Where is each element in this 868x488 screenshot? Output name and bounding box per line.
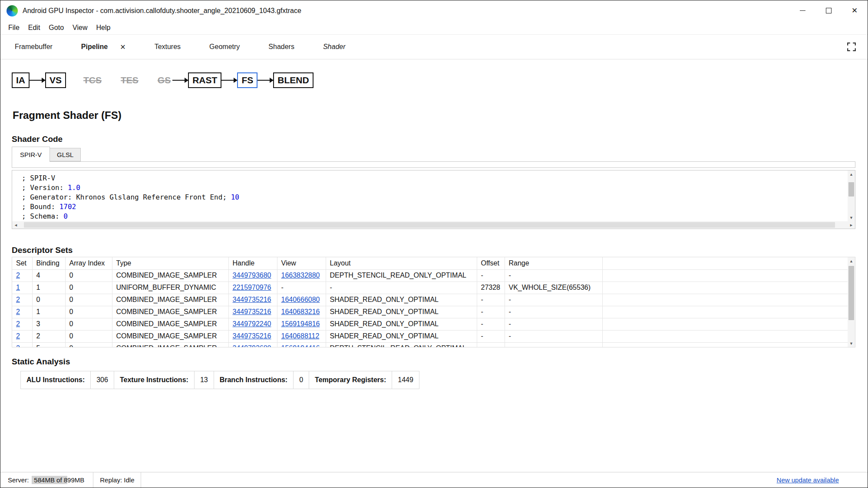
cell-array-index: 0 bbox=[65, 269, 112, 282]
shader-code-text: ; SPIR-V; Version: 1.0; Generator: Khron… bbox=[12, 170, 848, 221]
scroll-down-icon[interactable]: ▼ bbox=[848, 214, 855, 221]
cell-type: COMBINED_IMAGE_SAMPLER bbox=[112, 294, 228, 306]
cell-set: 2 bbox=[12, 269, 32, 282]
cell-filler bbox=[602, 342, 848, 347]
tab-shaders[interactable]: Shaders bbox=[254, 35, 309, 59]
cell-handle-link[interactable]: 3449793680 bbox=[233, 344, 271, 347]
scroll-up-icon[interactable]: ▲ bbox=[848, 170, 855, 178]
scroll-track[interactable] bbox=[848, 178, 855, 214]
shader-code-vscrollbar[interactable]: ▲▼ bbox=[848, 170, 855, 221]
cell-view-link[interactable]: 1640666080 bbox=[281, 296, 320, 303]
close-button[interactable]: ✕ bbox=[842, 0, 868, 21]
scroll-down-icon[interactable]: ▼ bbox=[848, 340, 855, 347]
cell-handle-link[interactable]: 3449735216 bbox=[233, 332, 271, 340]
cell-layout: SHADER_READ_ONLY_OPTIMAL bbox=[326, 330, 477, 342]
minimize-button[interactable] bbox=[789, 0, 815, 21]
cell-set-link[interactable]: 2 bbox=[16, 320, 20, 328]
cell-handle-link[interactable]: 2215970976 bbox=[233, 284, 271, 291]
pipeline-stage-fs[interactable]: FS bbox=[237, 72, 257, 88]
tab-geometry[interactable]: Geometry bbox=[195, 35, 254, 59]
cell-handle: 3449793680 bbox=[228, 269, 277, 282]
col-array-index: Array Index bbox=[65, 257, 112, 269]
pipeline-stage-rast[interactable]: RAST bbox=[188, 72, 221, 88]
cell-type: COMBINED_IMAGE_SAMPLER bbox=[112, 269, 228, 282]
descriptor-table-scrollbar[interactable]: ▲▼ bbox=[848, 257, 855, 347]
scroll-left-icon[interactable]: ◄ bbox=[12, 221, 20, 229]
cell-view-link[interactable]: 1640683216 bbox=[281, 308, 320, 315]
server-memory-text: 584MB of 899MB bbox=[34, 476, 84, 484]
update-link[interactable]: New update available bbox=[777, 476, 839, 484]
replay-status: Replay: Idle bbox=[100, 476, 134, 484]
app-window: Android GPU Inspector - com.activision.c… bbox=[0, 0, 868, 488]
metric-value: 0 bbox=[294, 371, 309, 389]
metric-value: 1449 bbox=[392, 371, 419, 389]
shader-code-panel[interactable]: ; SPIR-V; Version: 1.0; Generator: Khron… bbox=[12, 170, 855, 229]
shader-code-heading: Shader Code bbox=[12, 134, 868, 144]
cell-offset: - bbox=[477, 342, 505, 347]
table-row: 230COMBINED_IMAGE_SAMPLER344979224015691… bbox=[12, 318, 848, 330]
code-tab-spir-v[interactable]: SPIR-V bbox=[12, 147, 50, 162]
cell-set-link[interactable]: 2 bbox=[16, 296, 20, 303]
scroll-right-icon[interactable]: ► bbox=[848, 221, 855, 229]
menu-view[interactable]: View bbox=[68, 21, 92, 34]
menu-edit[interactable]: Edit bbox=[24, 21, 45, 34]
scroll-thumb[interactable] bbox=[848, 182, 854, 197]
pipeline-stage-vs[interactable]: VS bbox=[45, 72, 66, 88]
col-layout: Layout bbox=[326, 257, 477, 269]
cell-view-link[interactable]: 1640688112 bbox=[281, 332, 320, 340]
cell-range: - bbox=[505, 269, 602, 282]
cell-range: VK_WHOLE_SIZE(65536) bbox=[505, 282, 602, 294]
cell-view-link[interactable]: 1569194816 bbox=[281, 320, 320, 328]
table-row: 250COMBINED_IMAGE_SAMPLER344979368015691… bbox=[12, 342, 848, 347]
tab-shader[interactable]: Shader bbox=[309, 35, 360, 59]
close-icon: ✕ bbox=[851, 7, 858, 14]
cell-view-link[interactable]: 1569194416 bbox=[281, 344, 320, 347]
tab-framebuffer[interactable]: Framebuffer bbox=[0, 35, 67, 59]
cell-set-link[interactable]: 2 bbox=[16, 344, 20, 347]
scroll-up-icon[interactable]: ▲ bbox=[848, 257, 855, 265]
cell-set-link[interactable]: 1 bbox=[16, 284, 20, 291]
scroll-track[interactable] bbox=[848, 265, 855, 340]
cell-binding: 5 bbox=[32, 342, 65, 347]
menu-help[interactable]: Help bbox=[92, 21, 115, 34]
cell-handle-link[interactable]: 3449793680 bbox=[233, 272, 271, 279]
cell-handle-link[interactable]: 3449735216 bbox=[233, 308, 271, 315]
menu-file[interactable]: File bbox=[4, 21, 24, 34]
cell-view: 1640688112 bbox=[277, 330, 326, 342]
cell-view-link[interactable]: 1663832880 bbox=[281, 272, 320, 279]
menu-goto[interactable]: Goto bbox=[44, 21, 68, 34]
cell-set-link[interactable]: 2 bbox=[16, 308, 20, 315]
tab-label: Pipeline bbox=[81, 43, 108, 51]
scroll-thumb[interactable] bbox=[24, 222, 835, 228]
col-binding: Binding bbox=[32, 257, 65, 269]
pipeline-stage-gs: GS bbox=[156, 72, 172, 88]
descriptor-table: SetBindingArray IndexTypeHandleViewLayou… bbox=[12, 257, 848, 347]
cell-view: 1569194816 bbox=[277, 318, 326, 330]
cell-handle-link[interactable]: 3449792240 bbox=[233, 320, 271, 328]
scroll-thumb[interactable] bbox=[848, 266, 854, 320]
cell-set-link[interactable]: 2 bbox=[16, 332, 20, 340]
cell-set-link[interactable]: 2 bbox=[16, 272, 20, 279]
fullscreen-button[interactable] bbox=[847, 42, 856, 52]
tab-close-icon[interactable]: ✕ bbox=[120, 43, 125, 51]
maximize-button[interactable] bbox=[815, 0, 842, 21]
server-memory-indicator: 584MB of 899MB bbox=[32, 475, 86, 485]
pipeline-stage-blend[interactable]: BLEND bbox=[273, 72, 313, 88]
cell-range: - bbox=[505, 294, 602, 306]
shader-code-hscrollbar[interactable]: ◄► bbox=[12, 221, 855, 229]
cell-handle-link[interactable]: 3449735216 bbox=[233, 296, 271, 303]
cell-layout: SHADER_READ_ONLY_OPTIMAL bbox=[326, 306, 477, 318]
fullscreen-icon bbox=[847, 42, 856, 52]
pipeline-stage-tes: TES bbox=[119, 72, 140, 88]
pipeline-stage-ia[interactable]: IA bbox=[12, 72, 30, 88]
cell-view: - bbox=[277, 282, 326, 294]
table-row: 200COMBINED_IMAGE_SAMPLER344973521616406… bbox=[12, 294, 848, 306]
tab-textures[interactable]: Textures bbox=[140, 35, 195, 59]
scroll-track[interactable] bbox=[20, 221, 848, 229]
cell-type: COMBINED_IMAGE_SAMPLER bbox=[112, 306, 228, 318]
tab-pipeline[interactable]: Pipeline✕ bbox=[67, 35, 140, 59]
cell-offset: - bbox=[477, 294, 505, 306]
code-tab-glsl[interactable]: GLSL bbox=[50, 148, 81, 161]
cell-handle: 2215970976 bbox=[228, 282, 277, 294]
window-controls: ✕ bbox=[789, 0, 868, 21]
